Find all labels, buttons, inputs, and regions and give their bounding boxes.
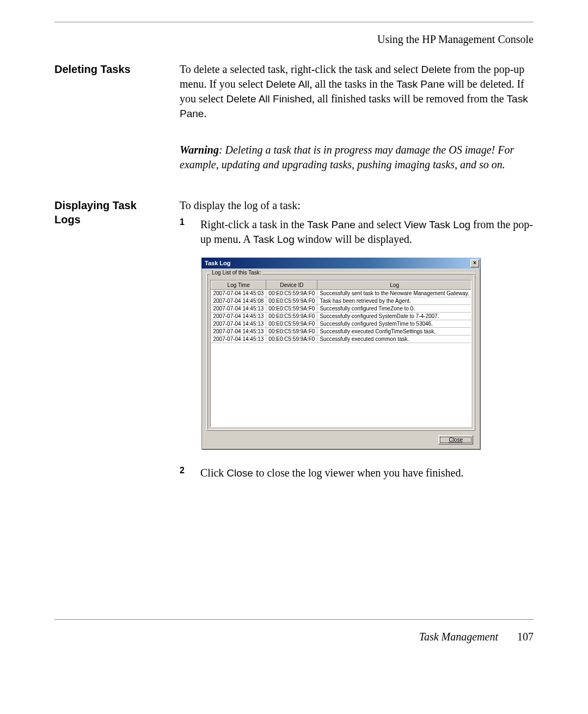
table-row[interactable]: 2007-07-04 14:45:1300:E0:C5:59:9A:F0Succ…: [211, 313, 472, 320]
col-header-log-time[interactable]: Log Time: [211, 281, 266, 290]
table-row[interactable]: 2007-07-04 14:45:1300:E0:C5:59:9A:F0Succ…: [211, 320, 472, 328]
col-header-device-id[interactable]: Device ID: [266, 281, 317, 290]
table-row[interactable]: 2007-07-04 14:45:1300:E0:C5:59:9A:F0Succ…: [211, 328, 472, 335]
dialog-title: Task Log: [205, 260, 470, 266]
deleting-tasks-warning: Warning: Deleting a task that is in prog…: [180, 143, 534, 172]
step-number-1: 1: [180, 217, 191, 247]
display-log-intro: To display the log of a task:: [180, 198, 534, 213]
footer-section-title: Task Management: [419, 631, 498, 643]
log-table[interactable]: Log Time Device ID Log 2007-07-04 14:45:…: [210, 280, 471, 427]
page-footer: Task Management 107: [54, 619, 534, 643]
running-header: Using the HP Management Console: [54, 22, 534, 62]
close-icon[interactable]: ×: [470, 259, 479, 267]
groupbox-legend: Log List of this Task:: [210, 270, 262, 276]
footer-page-number: 107: [517, 631, 534, 643]
heading-displaying-task-logs: Displaying Task Logs: [54, 198, 163, 227]
table-row[interactable]: 2007-07-04 14:45:1300:E0:C5:59:9A:F0Succ…: [211, 335, 472, 343]
log-list-groupbox: Log List of this Task: Log Time Device I…: [206, 273, 475, 431]
step-2-text: Click Close to close the log viewer when…: [200, 466, 534, 480]
table-row[interactable]: 2007-07-04 14:45:0800:E0:C5:59:9A:F0Task…: [211, 297, 472, 305]
dialog-titlebar: Task Log ×: [201, 258, 480, 268]
task-log-dialog: Task Log × Log List of this Task: Log Ti…: [201, 258, 480, 449]
close-button[interactable]: Close: [438, 435, 473, 444]
col-header-log[interactable]: Log: [317, 281, 471, 290]
deleting-tasks-paragraph: To delete a selected task, right-click t…: [180, 62, 534, 121]
table-row[interactable]: 2007-07-04 14:45:0300:E0:C5:59:9A:F0Succ…: [211, 290, 472, 297]
heading-deleting-tasks: Deleting Tasks: [54, 62, 163, 76]
table-row[interactable]: 2007-07-04 14:45:1300:E0:C5:59:9A:F0Succ…: [211, 305, 472, 313]
step-1-text: Right-click a task in the Task Pane and …: [200, 217, 534, 247]
step-number-2: 2: [180, 466, 191, 480]
